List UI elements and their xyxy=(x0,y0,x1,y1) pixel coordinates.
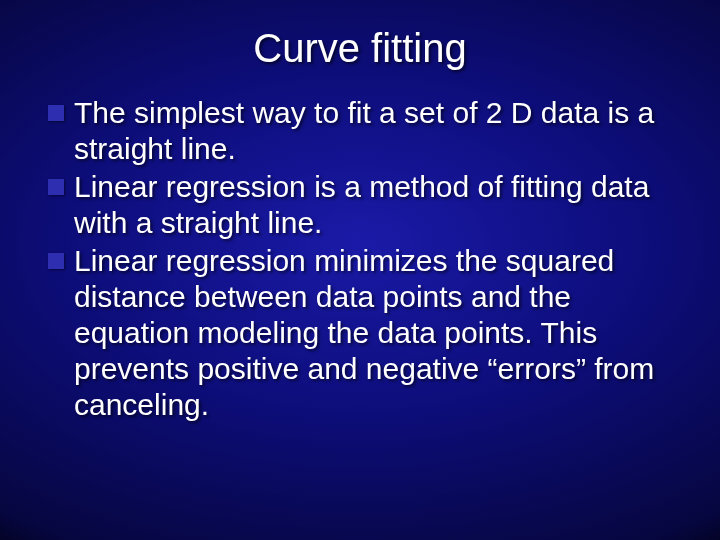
square-bullet-icon xyxy=(48,105,64,121)
bullet-text: The simplest way to fit a set of 2 D dat… xyxy=(74,95,672,167)
bullet-text: Linear regression is a method of fitting… xyxy=(74,169,672,241)
slide-title: Curve fitting xyxy=(0,0,720,71)
bullet-item: The simplest way to fit a set of 2 D dat… xyxy=(48,95,672,167)
square-bullet-icon xyxy=(48,253,64,269)
square-bullet-icon xyxy=(48,179,64,195)
bullet-item: Linear regression minimizes the squared … xyxy=(48,243,672,423)
bullet-item: Linear regression is a method of fitting… xyxy=(48,169,672,241)
bullet-text: Linear regression minimizes the squared … xyxy=(74,243,672,423)
slide-body: The simplest way to fit a set of 2 D dat… xyxy=(0,71,720,423)
slide: Curve fitting The simplest way to fit a … xyxy=(0,0,720,540)
